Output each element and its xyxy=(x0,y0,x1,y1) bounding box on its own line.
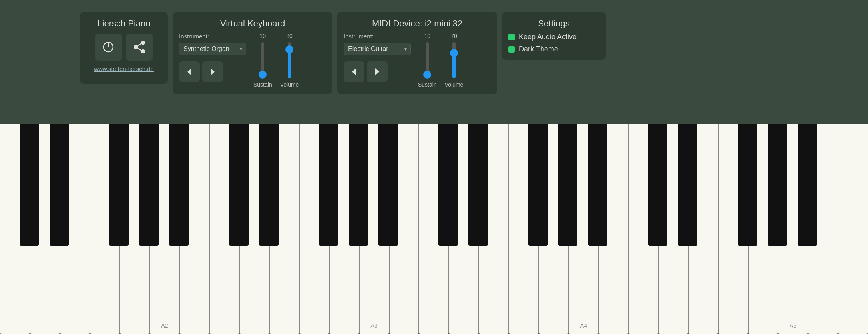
midi-volume-track[interactable] xyxy=(452,42,456,78)
black-key-2-0[interactable] xyxy=(20,124,39,246)
top-panel: Liersch Piano www.steffen-liersch.de xyxy=(0,0,868,102)
midi-prev-icon xyxy=(350,67,358,76)
black-key-2-4[interactable] xyxy=(139,124,159,246)
piano-keyboard: A2A3A4A5 xyxy=(0,124,868,334)
midi-sustain-value: 10 xyxy=(424,33,431,39)
svg-marker-10 xyxy=(375,68,379,75)
key-label-A2: A2 xyxy=(161,322,168,329)
black-key-5-5[interactable] xyxy=(798,124,817,246)
white-key-C-final[interactable] xyxy=(838,124,868,334)
midi-instrument-section: Instrument: Electric Guitar Acoustic Gui… xyxy=(344,33,411,82)
black-key-2-1[interactable] xyxy=(50,124,69,246)
keep-audio-active-item[interactable]: Keep Audio Active xyxy=(508,33,599,41)
share-button[interactable] xyxy=(126,34,153,61)
black-key-3-1[interactable] xyxy=(259,124,279,246)
midi-sustain-track[interactable] xyxy=(426,42,429,78)
midi-instrument-select[interactable]: Electric Guitar Acoustic Guitar Bass Gui… xyxy=(344,43,411,55)
midi-sustain-label: Sustain xyxy=(418,81,437,88)
black-key-5-4[interactable] xyxy=(768,124,787,246)
key-label-A3: A3 xyxy=(371,322,378,329)
midi-instrument-label: Instrument: xyxy=(344,33,411,40)
black-key-4-4[interactable] xyxy=(558,124,578,246)
midi-volume-value: 70 xyxy=(451,33,457,39)
settings-card: Settings Keep Audio Active Dark Theme xyxy=(502,12,606,60)
black-key-3-5[interactable] xyxy=(378,124,398,246)
black-key-4-0[interactable] xyxy=(438,124,458,246)
vk-sliders-section: 10 Sustain 80 Volume xyxy=(253,33,299,88)
midi-sliders-section: 10 Sustain 70 Volume xyxy=(418,33,463,88)
midi-body: Instrument: Electric Guitar Acoustic Gui… xyxy=(344,33,491,88)
share-icon xyxy=(132,40,147,55)
midi-sustain-col: 10 Sustain xyxy=(418,33,437,88)
vk-volume-value: 80 xyxy=(286,33,293,39)
keep-audio-active-indicator xyxy=(508,34,515,40)
svg-line-5 xyxy=(137,43,141,46)
vk-sustain-track[interactable] xyxy=(261,42,264,78)
black-key-3-0[interactable] xyxy=(229,124,249,246)
piano-section: A2A3A4A5 xyxy=(0,124,868,334)
svg-marker-9 xyxy=(352,68,356,75)
black-key-4-5[interactable] xyxy=(588,124,608,246)
svg-marker-7 xyxy=(187,68,191,75)
svg-point-3 xyxy=(134,45,137,49)
black-key-3-4[interactable] xyxy=(349,124,368,246)
key-label-A5: A5 xyxy=(790,322,796,329)
vk-select-wrapper: Synthetic Organ Electric Piano Acoustic … xyxy=(179,43,246,55)
svg-marker-8 xyxy=(211,68,215,75)
midi-volume-col: 70 Volume xyxy=(445,33,464,88)
dark-theme-label: Dark Theme xyxy=(519,45,558,53)
black-key-4-3[interactable] xyxy=(528,124,548,246)
vk-volume-col: 80 Volume xyxy=(280,33,299,88)
vk-nav-buttons xyxy=(179,61,246,82)
vk-instrument-label: Instrument: xyxy=(179,33,246,40)
midi-prev-button[interactable] xyxy=(344,61,364,82)
midi-next-icon xyxy=(373,67,382,76)
keep-audio-active-label: Keep Audio Active xyxy=(519,33,577,41)
virtual-keyboard-card: Virtual Keyboard Instrument: Synthetic O… xyxy=(173,12,332,94)
vk-instrument-section: Instrument: Synthetic Organ Electric Pia… xyxy=(179,33,246,82)
vk-sustain-value: 10 xyxy=(260,33,266,39)
vk-sustain-label: Sustain xyxy=(253,81,272,88)
svg-line-6 xyxy=(137,48,141,51)
vk-volume-label: Volume xyxy=(280,81,299,88)
black-key-5-0[interactable] xyxy=(648,124,668,246)
black-key-3-3[interactable] xyxy=(319,124,338,246)
dark-theme-indicator xyxy=(508,46,515,53)
midi-title: MIDI Device: i2 mini 32 xyxy=(344,18,491,29)
vk-volume-track[interactable] xyxy=(288,42,291,78)
black-key-5-1[interactable] xyxy=(678,124,697,246)
black-key-2-3[interactable] xyxy=(109,124,129,246)
settings-title: Settings xyxy=(508,18,599,29)
vk-next-button[interactable] xyxy=(202,61,223,82)
liersch-link[interactable]: www.steffen-liersch.de xyxy=(94,65,154,72)
black-key-5-3[interactable] xyxy=(738,124,757,246)
vk-instrument-select[interactable]: Synthetic Organ Electric Piano Acoustic … xyxy=(179,43,246,55)
vk-prev-icon xyxy=(185,67,194,76)
power-icon xyxy=(101,40,116,55)
vk-body: Instrument: Synthetic Organ Electric Pia… xyxy=(179,33,326,88)
liersch-title: Liersch Piano xyxy=(97,18,150,29)
vk-title: Virtual Keyboard xyxy=(179,18,326,29)
liersch-piano-card: Liersch Piano www.steffen-liersch.de xyxy=(80,12,168,84)
black-key-4-1[interactable] xyxy=(468,124,488,246)
dark-theme-item[interactable]: Dark Theme xyxy=(508,45,599,53)
vk-next-icon xyxy=(208,67,217,76)
vk-prev-button[interactable] xyxy=(179,61,200,82)
svg-point-2 xyxy=(141,41,145,44)
black-key-2-5[interactable] xyxy=(169,124,189,246)
vk-sustain-col: 10 Sustain xyxy=(253,33,272,88)
midi-nav-buttons xyxy=(344,61,411,82)
power-button[interactable] xyxy=(95,34,122,61)
midi-volume-label: Volume xyxy=(445,81,464,88)
svg-point-4 xyxy=(141,50,145,53)
liersch-buttons xyxy=(95,34,153,61)
midi-next-button[interactable] xyxy=(367,61,388,82)
midi-device-card: MIDI Device: i2 mini 32 Instrument: Elec… xyxy=(337,12,497,94)
key-label-A4: A4 xyxy=(580,322,587,329)
midi-select-wrapper: Electric Guitar Acoustic Guitar Bass Gui… xyxy=(344,43,411,55)
